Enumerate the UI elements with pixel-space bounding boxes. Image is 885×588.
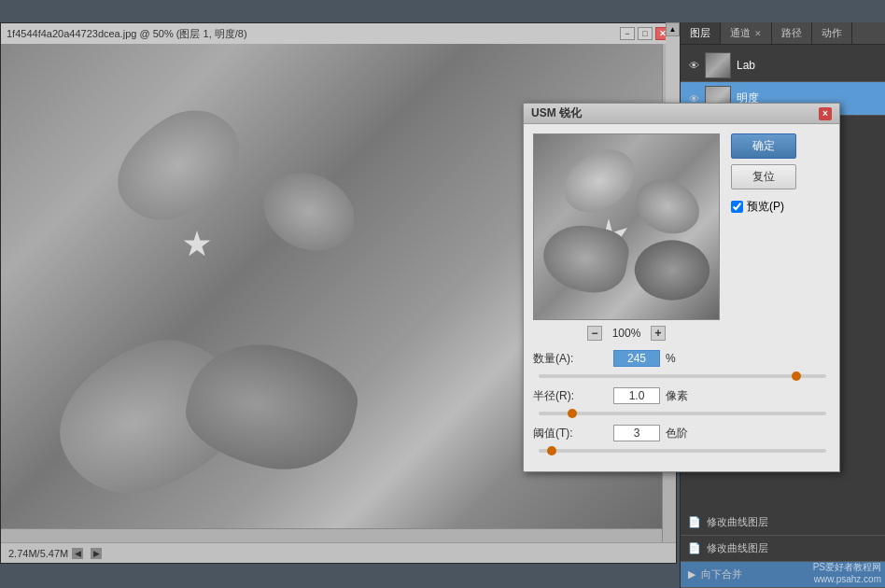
usm-preview-checkbox[interactable] (731, 201, 743, 213)
layer-item-lab[interactable]: 👁 Lab (681, 49, 885, 82)
tab-paths[interactable]: 路径 (772, 22, 812, 44)
amount-slider-track (539, 374, 826, 378)
layer-name-lab: Lab (737, 59, 755, 72)
watermark: PS爱好者教程网 www.psahz.com (813, 561, 881, 584)
threshold-slider-track (539, 449, 826, 453)
param-threshold-unit: 色阶 (666, 426, 688, 441)
restore-button[interactable]: □ (638, 27, 653, 40)
scroll-up-btn[interactable]: ▲ (666, 22, 680, 36)
param-radius-input[interactable] (613, 387, 660, 404)
statusbar-arrow-left[interactable]: ◀ (72, 548, 83, 559)
image-statusbar: 2.74M/5.47M ◀ ▶ (1, 542, 676, 563)
usm-confirm-button[interactable]: 确定 (731, 133, 796, 159)
param-amount-unit: % (666, 352, 676, 365)
radius-slider-thumb[interactable] (568, 409, 577, 418)
param-radius-label: 半径(R): (533, 388, 608, 404)
amount-slider-thumb[interactable] (792, 371, 801, 381)
usm-close-button[interactable]: × (819, 107, 832, 120)
watermark-line2: www.psahz.com (813, 574, 881, 584)
param-amount-slider[interactable] (533, 374, 830, 378)
bottom-layer-item-0[interactable]: 📄 修改曲线图层 (681, 510, 885, 536)
tab-channels-close[interactable]: ✕ (754, 29, 762, 38)
param-radius-unit: 像素 (666, 388, 688, 404)
usm-buttons: 确定 复位 预览(P) (731, 133, 796, 341)
image-title: 1f4544f4a20a44723dcea.jpg @ 50% (图层 1, 明… (7, 27, 247, 41)
layer-icon-0: 📄 (688, 516, 701, 528)
param-threshold-slider[interactable] (533, 449, 830, 453)
zoom-in-button[interactable]: + (651, 326, 666, 341)
layer-icon-2: ▶ (688, 568, 695, 581)
param-threshold-input[interactable] (613, 425, 660, 441)
threshold-slider-thumb[interactable] (547, 446, 556, 455)
usm-titlebar: USM 锐化 × (524, 104, 839, 124)
preview-leaf-2 (629, 174, 706, 240)
leaf-small (254, 163, 363, 259)
watermark-line1: PS爱好者教程网 (813, 561, 881, 574)
preview-leaf-1 (555, 142, 644, 220)
usm-title: USM 锐化 (531, 105, 582, 121)
usm-body: − 100% + 确定 复位 预览(P) (524, 124, 839, 350)
horizontal-scrollbar[interactable] (1, 528, 662, 542)
param-amount-input[interactable] (613, 350, 660, 367)
zoom-value: 100% (608, 327, 645, 340)
usm-zoom-controls: − 100% + (587, 326, 666, 341)
usm-dialog: USM 锐化 × − 100% + (523, 103, 840, 472)
layer-thumb-lab (705, 52, 731, 78)
radius-slider-track (539, 412, 826, 415)
tab-channels[interactable]: 通道 ✕ (721, 22, 772, 44)
usm-params: 数量(A): % 半径(R): 像素 阈值( (524, 350, 839, 471)
tab-layers[interactable]: 图层 (681, 22, 721, 44)
layer-icon-1: 📄 (688, 542, 701, 554)
flower-center (183, 231, 211, 259)
image-titlebar: 1f4544f4a20a44723dcea.jpg @ 50% (图层 1, 明… (1, 23, 676, 44)
preview-leaf-4 (630, 234, 714, 307)
usm-reset-button[interactable]: 复位 (731, 164, 796, 189)
status-text: 2.74M/5.47M (8, 548, 68, 559)
param-radius-slider[interactable] (533, 412, 830, 415)
usm-preview-area: − 100% + (533, 133, 720, 341)
layer-eye-lab[interactable]: 👁 (686, 58, 701, 73)
zoom-out-button[interactable]: − (587, 326, 602, 341)
param-amount-label: 数量(A): (533, 351, 608, 367)
param-amount-row: 数量(A): % (533, 350, 830, 367)
usm-preview-checkbox-row: 预览(P) (731, 199, 796, 215)
param-radius-row: 半径(R): 像素 (533, 387, 830, 404)
usm-preview-label: 预览(P) (747, 199, 784, 215)
panel-tabs: 图层 通道 ✕ 路径 动作 (681, 22, 885, 45)
tab-actions[interactable]: 动作 (812, 22, 852, 44)
leaf-top (98, 92, 258, 239)
param-threshold-label: 阈值(T): (533, 426, 608, 441)
usm-preview-image[interactable] (533, 133, 720, 320)
statusbar-arrow-right[interactable]: ▶ (91, 548, 102, 559)
titlebar-controls: − □ ✕ (620, 27, 670, 40)
ps-workspace: 1f4544f4a20a44723dcea.jpg @ 50% (图层 1, 明… (0, 0, 885, 588)
minimize-button[interactable]: − (620, 27, 635, 40)
bottom-layer-item-1[interactable]: 📄 修改曲线图层 (681, 536, 885, 562)
param-threshold-row: 阈值(T): 色阶 (533, 425, 830, 441)
